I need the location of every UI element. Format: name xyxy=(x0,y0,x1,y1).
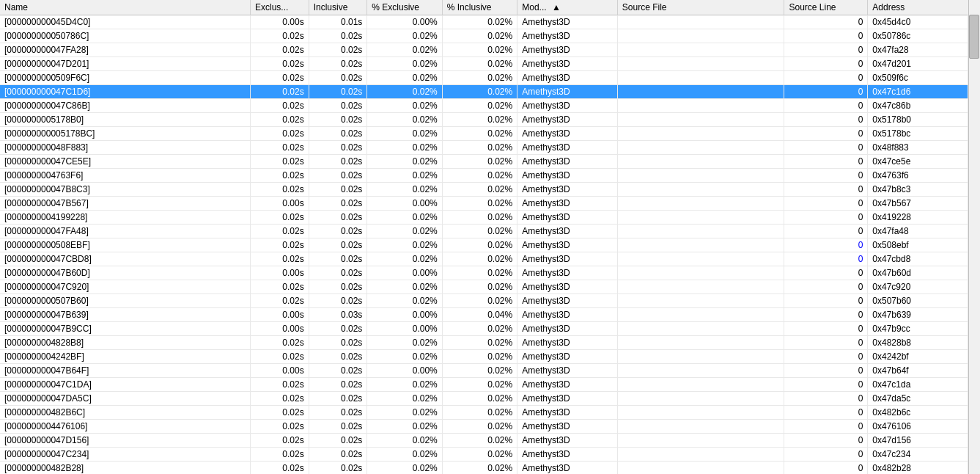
table-row[interactable]: [0000000000509F6C]0.02s0.02s0.02%0.02%Am… xyxy=(0,71,968,85)
cell-module: Amethyst3D xyxy=(517,252,618,266)
cell-name: [0000000005178B0] xyxy=(0,113,251,127)
table-row[interactable]: [000000000047CE5E]0.02s0.02s0.02%0.02%Am… xyxy=(0,155,968,169)
vertical-scrollbar[interactable] xyxy=(968,0,980,474)
cell-exclusive: 0.02s xyxy=(251,462,309,475)
table-row[interactable]: [000000000047B64F]0.00s0.02s0.00%0.02%Am… xyxy=(0,364,968,378)
table-row[interactable]: [0000000000508EBF]0.02s0.02s0.02%0.02%Am… xyxy=(0,238,968,252)
cell-source-line: 0 xyxy=(784,155,868,169)
cell-module: Amethyst3D xyxy=(517,364,618,378)
cell-pct-exclusive: 0.02% xyxy=(367,406,442,420)
cell-pct-inclusive: 0.02% xyxy=(442,336,517,350)
table-row[interactable]: [000000000047C1DA]0.02s0.02s0.02%0.02%Am… xyxy=(0,378,968,392)
cell-address: 0x47b567 xyxy=(868,197,968,211)
cell-address: 0x5178b0 xyxy=(868,113,968,127)
cell-exclusive: 0.02s xyxy=(251,294,309,308)
cell-pct-inclusive: 0.02% xyxy=(442,169,517,183)
cell-address: 0x47d201 xyxy=(868,57,968,71)
cell-source-line: 0 xyxy=(784,336,868,350)
table-row[interactable]: [000000000047D156]0.02s0.02s0.02%0.02%Am… xyxy=(0,434,968,448)
col-header-source-line[interactable]: Source Line xyxy=(784,0,868,15)
table-row[interactable]: [000000000050786C]0.02s0.02s0.02%0.02%Am… xyxy=(0,29,968,43)
col-header-name[interactable]: Name xyxy=(0,0,251,15)
col-header-exclusive[interactable]: Exclus... xyxy=(251,0,309,15)
table-row[interactable]: [0000000004242BF]0.02s0.02s0.02%0.02%Ame… xyxy=(0,350,968,364)
table-row[interactable]: [000000000047D201]0.02s0.02s0.02%0.02%Am… xyxy=(0,57,968,71)
cell-address: 0x47ce5e xyxy=(868,155,968,169)
scrollbar-thumb[interactable] xyxy=(969,15,979,59)
table-row[interactable]: [000000000047FA28]0.02s0.02s0.02%0.02%Am… xyxy=(0,43,968,57)
cell-pct-exclusive: 0.02% xyxy=(367,336,442,350)
cell-name: [0000000000508EBF] xyxy=(0,238,251,252)
table-row[interactable]: [000000000482B28]0.02s0.02s0.02%0.02%Ame… xyxy=(0,462,968,475)
cell-address: 0x48f883 xyxy=(868,141,968,155)
cell-source-line: 0 xyxy=(784,127,868,141)
cell-source-file xyxy=(617,434,784,448)
cell-module: Amethyst3D xyxy=(517,448,618,462)
cell-name: [000000000047B64F] xyxy=(0,364,251,378)
table-row[interactable]: [000000000047B639]0.00s0.03s0.00%0.04%Am… xyxy=(0,308,968,322)
table-row[interactable]: [0000000004476106]0.02s0.02s0.02%0.02%Am… xyxy=(0,420,968,434)
table-row[interactable]: [0000000004828B8]0.02s0.02s0.02%0.02%Ame… xyxy=(0,336,968,350)
cell-module: Amethyst3D xyxy=(517,336,618,350)
cell-name: [000000000047FA48] xyxy=(0,225,251,238)
table-row[interactable]: [000000000048F883]0.02s0.02s0.02%0.02%Am… xyxy=(0,141,968,155)
col-header-source-file[interactable]: Source File xyxy=(617,0,784,15)
cell-exclusive: 0.00s xyxy=(251,15,309,29)
cell-pct-exclusive: 0.00% xyxy=(367,364,442,378)
cell-source-file xyxy=(617,252,784,266)
table-row[interactable]: [0000000004763F6]0.02s0.02s0.02%0.02%Ame… xyxy=(0,169,968,183)
table-row[interactable]: [000000000005178BC]0.02s0.02s0.02%0.02%A… xyxy=(0,127,968,141)
table-row[interactable]: [000000000047B8C3]0.02s0.02s0.02%0.02%Am… xyxy=(0,183,968,197)
cell-source-file xyxy=(617,71,784,85)
col-header-pct-exclusive[interactable]: % Exclusive xyxy=(367,0,442,15)
cell-exclusive: 0.02s xyxy=(251,434,309,448)
table-row[interactable]: [0000000000507B60]0.02s0.02s0.02%0.02%Am… xyxy=(0,294,968,308)
cell-address: 0x47d156 xyxy=(868,434,968,448)
cell-name: [000000000048F883] xyxy=(0,141,251,155)
table-row[interactable]: [000000000482B6C]0.02s0.02s0.02%0.02%Ame… xyxy=(0,406,968,420)
cell-pct-exclusive: 0.00% xyxy=(367,308,442,322)
table-row[interactable]: [000000000047FA48]0.02s0.02s0.02%0.02%Am… xyxy=(0,225,968,238)
cell-pct-inclusive: 0.02% xyxy=(442,238,517,252)
cell-module: Amethyst3D xyxy=(517,350,618,364)
cell-name: [000000000047C1D6] xyxy=(0,85,251,99)
table-row[interactable]: [000000000047B60D]0.00s0.02s0.00%0.02%Am… xyxy=(0,266,968,280)
table-row[interactable]: [000000000045D4C0]0.00s0.01s0.00%0.02%Am… xyxy=(0,15,968,29)
cell-source-line: 0 xyxy=(784,378,868,392)
cell-inclusive: 0.02s xyxy=(309,392,367,406)
table-row[interactable]: [000000000047C920]0.02s0.02s0.02%0.02%Am… xyxy=(0,280,968,294)
table-row[interactable]: [000000000047C86B]0.02s0.02s0.02%0.02%Am… xyxy=(0,99,968,113)
cell-pct-exclusive: 0.02% xyxy=(367,434,442,448)
cell-inclusive: 0.03s xyxy=(309,308,367,322)
cell-module: Amethyst3D xyxy=(517,43,618,57)
cell-source-line: 0 xyxy=(784,43,868,57)
table-row[interactable]: [0000000004199228]0.02s0.02s0.02%0.02%Am… xyxy=(0,211,968,225)
cell-pct-exclusive: 0.02% xyxy=(367,211,442,225)
cell-pct-exclusive: 0.02% xyxy=(367,378,442,392)
table-row[interactable]: [000000000047CBD8]0.02s0.02s0.02%0.02%Am… xyxy=(0,252,968,266)
cell-exclusive: 0.02s xyxy=(251,378,309,392)
cell-pct-inclusive: 0.02% xyxy=(442,448,517,462)
table-row[interactable]: [000000000047C1D6]0.02s0.02s0.02%0.02%Am… xyxy=(0,85,968,99)
table-row[interactable]: [000000000047B9CC]0.00s0.02s0.00%0.02%Am… xyxy=(0,322,968,336)
cell-source-file xyxy=(617,364,784,378)
cell-source-file xyxy=(617,406,784,420)
cell-source-file xyxy=(617,211,784,225)
cell-pct-exclusive: 0.02% xyxy=(367,71,442,85)
col-header-inclusive[interactable]: Inclusive xyxy=(309,0,367,15)
cell-name: [000000000047CBD8] xyxy=(0,252,251,266)
cell-source-file xyxy=(617,155,784,169)
col-header-module[interactable]: Mod... ▲ xyxy=(517,0,618,15)
profiler-table-container: Name Exclus... Inclusive % Exclusive % I… xyxy=(0,0,980,474)
cell-exclusive: 0.02s xyxy=(251,85,309,99)
col-header-address[interactable]: Address xyxy=(868,0,968,15)
cell-exclusive: 0.02s xyxy=(251,406,309,420)
sort-arrow-module: ▲ xyxy=(552,2,561,12)
col-header-pct-inclusive[interactable]: % Inclusive xyxy=(442,0,517,15)
table-row[interactable]: [0000000005178B0]0.02s0.02s0.02%0.02%Ame… xyxy=(0,113,968,127)
cell-source-line: 0 xyxy=(784,197,868,211)
cell-name: [000000000047FA28] xyxy=(0,43,251,57)
table-row[interactable]: [000000000047B567]0.00s0.02s0.00%0.02%Am… xyxy=(0,197,968,211)
table-row[interactable]: [000000000047C234]0.02s0.02s0.02%0.02%Am… xyxy=(0,448,968,462)
table-row[interactable]: [000000000047DA5C]0.02s0.02s0.02%0.02%Am… xyxy=(0,392,968,406)
